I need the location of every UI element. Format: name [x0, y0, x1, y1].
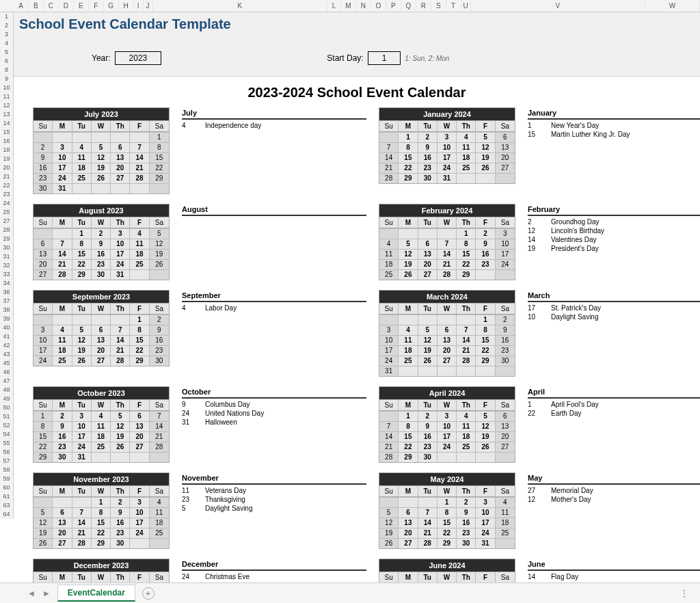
day-cell[interactable]: 31 [53, 183, 72, 193]
day-cell[interactable]: 4 [496, 497, 515, 507]
day-cell[interactable]: 3 [438, 132, 457, 142]
day-cell[interactable]: 4 [457, 132, 476, 142]
day-cell[interactable]: 29 [72, 269, 92, 280]
day-cell[interactable]: 16 [418, 152, 438, 163]
day-cell[interactable] [130, 183, 149, 193]
day-cell[interactable]: 12 [72, 335, 92, 345]
day-cell[interactable]: 13 [399, 518, 418, 528]
day-cell[interactable]: 6 [496, 411, 515, 421]
day-cell[interactable]: 26 [92, 173, 111, 183]
day-cell[interactable]: 26 [150, 259, 169, 269]
day-cell[interactable]: 7 [111, 325, 130, 335]
day-cell[interactable]: 17 [379, 345, 399, 356]
day-cell[interactable]: 14 [53, 249, 72, 259]
day-cell[interactable]: 9 [33, 152, 53, 163]
day-cell[interactable]: 20 [92, 345, 111, 356]
day-cell[interactable]: 21 [111, 345, 130, 356]
day-cell[interactable]: 7 [379, 142, 399, 152]
day-cell[interactable]: 5 [476, 411, 495, 421]
day-cell[interactable]: 1 [438, 497, 457, 507]
day-cell[interactable] [438, 314, 457, 325]
day-cell[interactable]: 10 [130, 507, 149, 518]
day-cell[interactable]: 5 [72, 325, 92, 335]
day-cell[interactable]: 9 [457, 507, 476, 518]
day-cell[interactable]: 18 [379, 259, 399, 269]
day-cell[interactable]: 22 [33, 442, 53, 452]
day-cell[interactable]: 8 [438, 507, 457, 518]
day-cell[interactable] [72, 183, 92, 193]
day-cell[interactable]: 30 [111, 538, 130, 548]
day-cell[interactable]: 5 [33, 507, 53, 518]
day-cell[interactable]: 7 [150, 411, 169, 421]
day-cell[interactable]: 3 [379, 325, 399, 335]
day-cell[interactable]: 16 [33, 163, 53, 173]
day-cell[interactable]: 29 [457, 269, 476, 280]
day-cell[interactable]: 12 [476, 142, 495, 152]
day-cell[interactable] [130, 132, 149, 142]
day-cell[interactable]: 25 [72, 173, 92, 183]
day-cell[interactable]: 1 [399, 132, 418, 142]
day-cell[interactable]: 28 [379, 173, 399, 183]
day-cell[interactable]: 28 [379, 452, 399, 462]
day-cell[interactable]: 20 [53, 528, 72, 538]
day-cell[interactable] [379, 314, 399, 325]
day-cell[interactable]: 5 [92, 142, 111, 152]
day-cell[interactable]: 3 [72, 411, 92, 421]
day-cell[interactable]: 14 [379, 152, 399, 163]
day-cell[interactable]: 13 [496, 142, 515, 152]
day-cell[interactable]: 9 [418, 142, 438, 152]
day-cell[interactable]: 21 [379, 442, 399, 452]
day-cell[interactable] [92, 314, 111, 325]
day-cell[interactable]: 15 [33, 431, 53, 442]
day-cell[interactable] [130, 269, 149, 280]
day-cell[interactable]: 27 [438, 356, 457, 366]
day-cell[interactable]: 28 [438, 269, 457, 280]
day-cell[interactable]: 24 [438, 442, 457, 452]
day-cell[interactable]: 12 [379, 518, 399, 528]
day-cell[interactable]: 9 [53, 421, 72, 431]
day-cell[interactable] [457, 366, 476, 376]
day-cell[interactable]: 20 [399, 528, 418, 538]
day-cell[interactable]: 13 [496, 421, 515, 431]
day-cell[interactable]: 6 [399, 507, 418, 518]
day-cell[interactable]: 6 [53, 507, 72, 518]
day-cell[interactable]: 27 [496, 163, 515, 173]
day-cell[interactable]: 22 [399, 442, 418, 452]
day-cell[interactable] [53, 314, 72, 325]
day-cell[interactable] [72, 497, 92, 507]
day-cell[interactable]: 26 [379, 538, 399, 548]
day-cell[interactable]: 15 [130, 335, 149, 345]
day-cell[interactable]: 14 [150, 421, 169, 431]
day-cell[interactable]: 17 [476, 518, 495, 528]
day-cell[interactable]: 23 [457, 528, 476, 538]
day-cell[interactable]: 23 [476, 259, 495, 269]
day-cell[interactable]: 6 [418, 239, 438, 249]
day-cell[interactable] [496, 269, 515, 280]
day-cell[interactable]: 13 [418, 249, 438, 259]
day-cell[interactable]: 14 [379, 431, 399, 442]
day-cell[interactable]: 3 [130, 497, 149, 507]
day-cell[interactable]: 22 [130, 345, 149, 356]
day-cell[interactable]: 13 [92, 335, 111, 345]
day-cell[interactable]: 19 [92, 163, 111, 173]
day-cell[interactable]: 2 [53, 411, 72, 421]
day-cell[interactable]: 7 [418, 507, 438, 518]
day-cell[interactable]: 28 [72, 538, 92, 548]
day-cell[interactable]: 20 [33, 259, 53, 269]
day-cell[interactable]: 29 [33, 452, 53, 462]
day-cell[interactable]: 5 [476, 132, 495, 142]
day-cell[interactable]: 12 [33, 518, 53, 528]
day-cell[interactable]: 1 [476, 314, 495, 325]
day-cell[interactable] [496, 173, 515, 183]
day-cell[interactable] [111, 183, 130, 193]
day-cell[interactable]: 11 [53, 335, 72, 345]
day-cell[interactable] [457, 314, 476, 325]
day-cell[interactable]: 30 [33, 183, 53, 193]
day-cell[interactable]: 5 [150, 228, 169, 239]
statusbar-menu-icon[interactable]: ⋮ [679, 588, 690, 599]
day-cell[interactable]: 10 [33, 335, 53, 345]
day-cell[interactable]: 15 [72, 249, 92, 259]
day-cell[interactable] [379, 228, 399, 239]
day-cell[interactable] [150, 538, 169, 548]
day-cell[interactable] [496, 452, 515, 462]
